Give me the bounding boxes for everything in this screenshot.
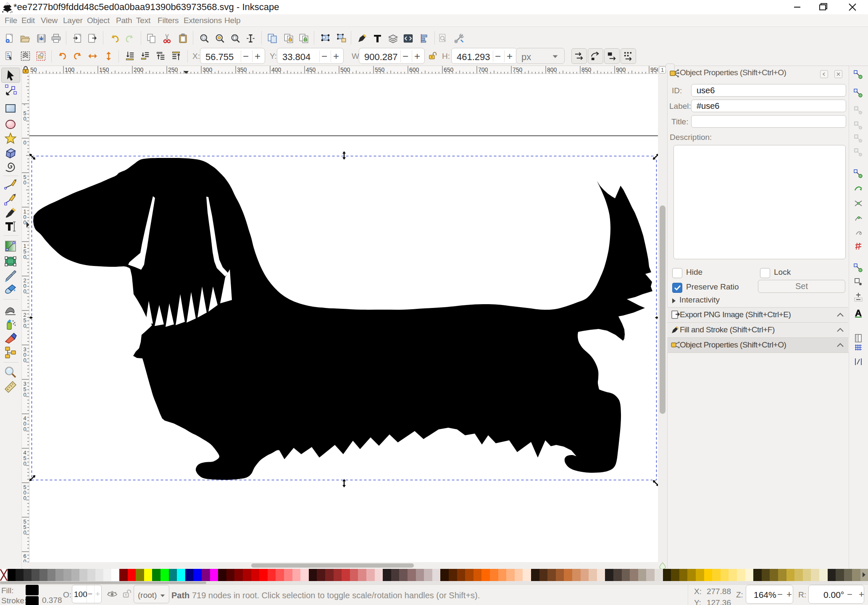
svg-text:-: - [24,101,25,108]
svg-text:200: 200 [134,66,144,73]
svg-text:0: 0 [24,357,26,363]
svg-text:100: 100 [65,66,75,73]
svg-text:650: 650 [444,66,454,73]
svg-text:400: 400 [271,66,281,73]
svg-text:250: 250 [168,66,178,73]
svg-text:0: 0 [24,495,26,501]
svg-text:0: 0 [24,460,26,467]
svg-text:0: 0 [24,179,26,186]
svg-text:0: 0 [24,116,26,122]
svg-text:0: 0 [24,392,26,398]
svg-text:950: 950 [650,66,658,73]
svg-text:300: 300 [203,66,213,73]
svg-text:0: 0 [24,529,26,536]
svg-text:500: 500 [340,66,350,73]
svg-text:800: 800 [547,66,557,73]
svg-text:450: 450 [306,66,316,73]
svg-text:700: 700 [478,66,488,73]
svg-text:0: 0 [24,254,26,260]
svg-text:850: 850 [581,66,592,73]
svg-text:550: 550 [375,66,385,73]
svg-text:600: 600 [409,66,419,73]
svg-text:750: 750 [513,66,523,73]
svg-text:0: 0 [24,558,26,562]
svg-text:0: 0 [24,426,26,432]
svg-text:0: 0 [24,139,26,146]
svg-text:0: 0 [24,288,26,295]
svg-text:900: 900 [616,66,626,73]
svg-text:150: 150 [99,66,109,73]
svg-text:350: 350 [237,66,247,73]
svg-text:0: 0 [24,323,26,329]
svg-text:0: 0 [24,219,26,226]
